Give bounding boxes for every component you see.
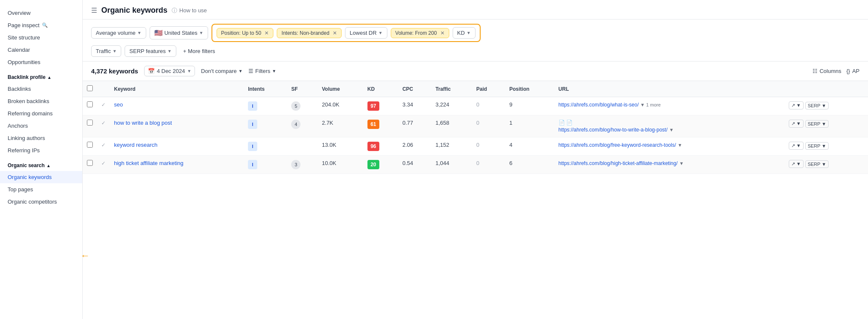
row-checkbox[interactable] bbox=[87, 120, 93, 126]
row-keyword-cell: how to write a blog post bbox=[110, 115, 244, 137]
sidebar-item-site-structure[interactable]: Site structure bbox=[0, 31, 82, 44]
page-icon: 📄 bbox=[566, 120, 573, 126]
row-keyword-cell: high ticket affiliate marketing bbox=[110, 156, 244, 174]
row-checkbox-cell bbox=[83, 137, 97, 156]
row-checkbox-cell bbox=[83, 156, 97, 174]
trend-button[interactable]: ↗ ▼ bbox=[789, 101, 804, 109]
sidebar-item-organic-competitors[interactable]: Organic competitors bbox=[0, 196, 82, 208]
checkmark-icon: ✓ bbox=[101, 160, 106, 166]
section-arrow: ▲ bbox=[47, 75, 51, 80]
header-position: Position bbox=[505, 81, 554, 97]
row-intent-cell: I bbox=[244, 97, 287, 115]
table-body: ✓seoI5204.0K973.343,22409https://ahrefs.… bbox=[83, 97, 868, 174]
serp-button[interactable]: SERP ▼ bbox=[805, 120, 829, 128]
sidebar-item-linking-authors[interactable]: Linking authors bbox=[0, 132, 82, 144]
kd-badge: 97 bbox=[367, 101, 379, 111]
sf-badge: 4 bbox=[291, 120, 300, 129]
serp-features-dropdown[interactable]: SERP features ▼ bbox=[125, 45, 176, 57]
chevron-down-icon: ▼ bbox=[112, 49, 117, 53]
trend-button[interactable]: ↗ ▼ bbox=[789, 142, 804, 150]
sidebar-item-referring-domains[interactable]: Referring domains bbox=[0, 107, 82, 120]
row-checkbox-cell bbox=[83, 115, 97, 137]
sidebar-section-organic-search[interactable]: Organic search ▲ bbox=[0, 157, 82, 171]
country-dropdown[interactable]: 🇺🇸 United States ▼ bbox=[150, 26, 208, 39]
url-link[interactable]: https://ahrefs.com/blog/high-ticket-affi… bbox=[559, 160, 678, 166]
volume-filter-chip[interactable]: Volume: From 200 ✕ bbox=[391, 28, 449, 38]
serp-button[interactable]: SERP ▼ bbox=[805, 142, 829, 150]
sidebar-item-broken-backlinks[interactable]: Broken backlinks bbox=[0, 95, 82, 107]
url-more[interactable]: ▼ 1 more bbox=[640, 102, 661, 107]
position-chip-close[interactable]: ✕ bbox=[264, 30, 269, 36]
hamburger-icon[interactable]: ☰ bbox=[91, 6, 97, 14]
url-more[interactable]: ▼ bbox=[678, 143, 682, 148]
date-picker[interactable]: 📅 4 Dec 2024 ▼ bbox=[144, 66, 195, 76]
keyword-link[interactable]: how to write a blog post bbox=[114, 120, 172, 126]
more-filters-button[interactable]: + More filters bbox=[180, 46, 219, 56]
url-link[interactable]: https://ahrefs.com/blog/how-to-write-a-b… bbox=[559, 127, 668, 133]
sidebar-label-opportunities: Opportunities bbox=[8, 59, 40, 65]
kd-badge: 96 bbox=[367, 142, 379, 151]
sidebar-item-organic-keywords[interactable]: Organic keywords bbox=[0, 171, 82, 183]
keyword-link[interactable]: keyword research bbox=[114, 142, 158, 148]
row-intent-cell: I bbox=[244, 137, 287, 156]
row-actions-cell: ↗ ▼ SERP ▼ bbox=[785, 156, 868, 174]
intents-chip-close[interactable]: ✕ bbox=[333, 30, 337, 36]
sidebar-item-overview[interactable]: Overview bbox=[0, 7, 82, 19]
traffic-dropdown[interactable]: Traffic ▼ bbox=[91, 45, 121, 57]
lowest-dr-dropdown[interactable]: Lowest DR ▼ bbox=[345, 27, 387, 39]
sidebar-item-anchors[interactable]: Anchors bbox=[0, 120, 82, 132]
row-checkmark-cell: ✓ bbox=[97, 97, 110, 115]
filters-button[interactable]: ☰ Filters ▼ bbox=[248, 68, 276, 74]
row-checkbox[interactable] bbox=[87, 101, 93, 107]
row-kd-cell: 97 bbox=[363, 97, 398, 115]
trend-button[interactable]: ↗ ▼ bbox=[789, 120, 804, 128]
row-volume-cell: 10.0K bbox=[317, 156, 363, 174]
sidebar-item-opportunities[interactable]: Opportunities bbox=[0, 56, 82, 68]
sidebar-item-top-pages[interactable]: Top pages bbox=[0, 183, 82, 196]
sidebar-item-referring-ips[interactable]: Referring IPs bbox=[0, 144, 82, 157]
columns-button[interactable]: ☷ Columns bbox=[812, 68, 841, 74]
row-position-cell: 6 bbox=[505, 156, 554, 174]
row-url-cell: https://ahrefs.com/blog/what-is-seo/ ▼ 1… bbox=[554, 97, 785, 115]
row-checkbox[interactable] bbox=[87, 160, 93, 166]
position-filter-chip[interactable]: Position: Up to 50 ✕ bbox=[217, 28, 274, 38]
trend-button[interactable]: ↗ ▼ bbox=[789, 160, 804, 168]
volume-chip-close[interactable]: ✕ bbox=[440, 30, 445, 36]
filter-row-bottom: Traffic ▼ SERP features ▼ + More filters bbox=[91, 45, 860, 57]
row-actions-cell: ↗ ▼ SERP ▼ bbox=[785, 115, 868, 137]
keyword-link[interactable]: seo bbox=[114, 101, 123, 108]
how-to-use-button[interactable]: ⓘ How to use bbox=[172, 7, 207, 14]
api-button[interactable]: {} AP bbox=[846, 68, 860, 74]
url-link[interactable]: https://ahrefs.com/blog/what-is-seo/ bbox=[559, 102, 639, 108]
select-all-checkbox[interactable] bbox=[87, 85, 93, 91]
sidebar-item-backlinks[interactable]: Backlinks bbox=[0, 83, 82, 95]
url-more[interactable]: ▼ bbox=[669, 127, 674, 132]
kd-dropdown[interactable]: KD ▼ bbox=[453, 27, 476, 39]
header-check-col bbox=[97, 81, 110, 97]
intents-filter-chip[interactable]: Intents: Non-branded ✕ bbox=[277, 28, 342, 38]
table-row: ✓seoI5204.0K973.343,22409https://ahrefs.… bbox=[83, 97, 868, 115]
sidebar-item-page-inspect[interactable]: Page inspect 🔍 bbox=[0, 19, 82, 31]
serp-button[interactable]: SERP ▼ bbox=[805, 160, 829, 168]
row-traffic-cell: 1,658 bbox=[431, 115, 472, 137]
filter-icon: ☰ bbox=[248, 68, 253, 74]
row-checkbox-cell bbox=[83, 97, 97, 115]
row-checkbox[interactable] bbox=[87, 142, 93, 148]
row-kd-cell: 61 bbox=[363, 115, 398, 137]
section-label: Backlink profile bbox=[8, 74, 45, 80]
question-icon: ⓘ bbox=[172, 7, 177, 14]
sidebar-item-calendar[interactable]: Calendar bbox=[0, 44, 82, 56]
dont-compare-button[interactable]: Don't compare ▼ bbox=[201, 68, 242, 74]
row-url-cell: https://ahrefs.com/blog/free-keyword-res… bbox=[554, 137, 785, 156]
serp-button[interactable]: SERP ▼ bbox=[805, 102, 829, 109]
sidebar-section-backlink-profile[interactable]: Backlink profile ▲ bbox=[0, 68, 82, 83]
url-link[interactable]: https://ahrefs.com/blog/free-keyword-res… bbox=[559, 142, 676, 148]
sidebar-label-overview: Overview bbox=[8, 10, 31, 16]
filter-row-top: Average volume ▼ 🇺🇸 United States ▼ Posi… bbox=[91, 24, 860, 42]
avg-volume-dropdown[interactable]: Average volume ▼ bbox=[91, 27, 146, 39]
columns-icon: ☷ bbox=[812, 68, 818, 74]
header-cpc: CPC bbox=[398, 81, 431, 97]
keyword-link[interactable]: high ticket affiliate marketing bbox=[114, 160, 184, 166]
url-more[interactable]: ▼ bbox=[679, 161, 684, 166]
row-sf-cell bbox=[287, 137, 317, 156]
